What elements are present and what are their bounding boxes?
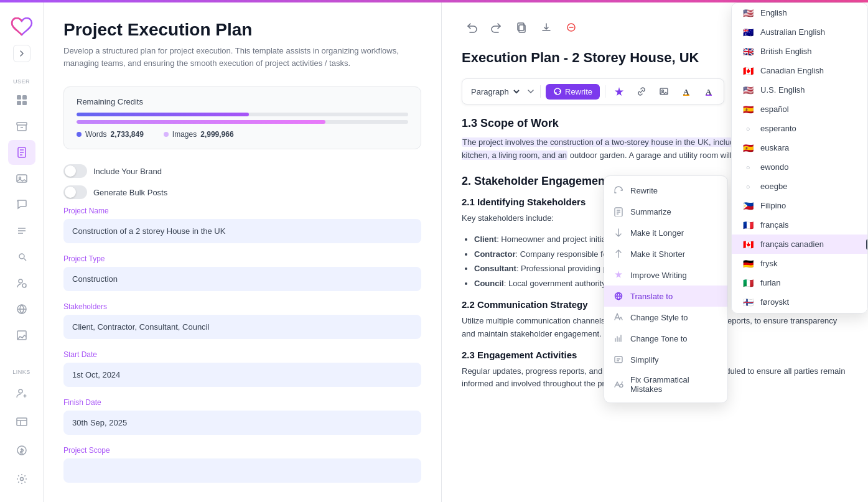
lang-australian-label: Australian English [760, 27, 825, 37]
lang-australian[interactable]: 🇦🇺 Australian English [732, 22, 867, 42]
context-menu: Rewrite Summarize Make it Longer Make it… [604, 175, 728, 403]
rewrite-label: Rewrite [565, 87, 592, 96]
ctx-grammar-label: Fix Grammatical Mistakes [630, 375, 719, 394]
download-button[interactable] [536, 17, 556, 37]
lang-french-label: français [760, 220, 789, 230]
lang-french-canadian[interactable]: 🇨🇦 français canadien français canadien [732, 235, 867, 254]
lang-canadian-label: Canadian English [760, 66, 824, 75]
lang-french-canadian-flag: 🇨🇦 [742, 240, 754, 249]
lang-furlan[interactable]: 🇮🇹 furlan [732, 273, 867, 292]
sidebar-icon-globe[interactable] [8, 297, 35, 322]
svg-rect-14 [17, 418, 27, 425]
sidebar-icon-archive[interactable] [8, 114, 35, 139]
lang-faroese-label: føroyskt [760, 297, 789, 307]
lang-us-label: U.S. English [760, 85, 805, 95]
highlight-icon[interactable]: A [700, 83, 717, 100]
font-color-icon[interactable]: A [678, 83, 695, 100]
svg-point-8 [19, 254, 24, 259]
lang-french[interactable]: 🇫🇷 français [732, 215, 867, 235]
app-logo[interactable] [9, 15, 34, 40]
ctx-translate-label: Translate to [630, 292, 673, 301]
finish-date-field[interactable] [63, 411, 421, 435]
lang-french-flag: 🇫🇷 [742, 221, 754, 230]
include-brand-toggle[interactable] [63, 164, 87, 178]
lang-british[interactable]: 🇬🇧 British English [732, 42, 867, 61]
lang-basque[interactable]: 🇪🇸 euskara [732, 138, 867, 157]
lang-eoegbe[interactable]: ○ eoegbe [732, 177, 867, 196]
lang-ga[interactable]: ○ Ga [732, 312, 867, 314]
paragraph-toolbar: Paragraph Heading 1 Heading 2 Rewrite A [462, 78, 724, 105]
lang-french-canadian-label: français canadien [760, 239, 824, 249]
lang-us[interactable]: 🇺🇸 U.S. English [732, 80, 867, 100]
sidebar-icon-table[interactable] [8, 409, 35, 434]
ctx-shorter[interactable]: Make it Shorter [604, 243, 727, 264]
sidebar-icon-chat[interactable] [8, 192, 35, 217]
sidebar-icon-image[interactable] [8, 166, 35, 191]
lang-basque-flag: 🇪🇸 [742, 144, 754, 152]
sidebar-icon-settings[interactable] [8, 467, 35, 491]
sidebar-icon-dollar[interactable] [8, 438, 35, 463]
lang-frysk-label: frysk [760, 259, 777, 268]
lang-spanish[interactable]: 🇪🇸 español [732, 100, 867, 119]
images-value: 2,999,966 [200, 130, 233, 139]
images-stat: Images 2,999,966 [164, 130, 234, 139]
lang-filipino[interactable]: 🇵🇭 Filipino [732, 196, 867, 215]
sidebar-icon-chart[interactable] [8, 323, 35, 348]
link-icon[interactable] [633, 83, 650, 100]
ctx-longer[interactable]: Make it Longer [604, 222, 727, 243]
sparkle-icon[interactable] [610, 83, 628, 100]
ctx-improve[interactable]: Improve Writing [604, 264, 727, 286]
start-date-field[interactable] [63, 363, 421, 387]
page-title: Project Execution Plan [63, 20, 421, 40]
ctx-simplify[interactable]: Simplify [604, 349, 727, 370]
redo-button[interactable] [487, 17, 506, 37]
credits-title: Remaining Credits [77, 97, 408, 106]
ctx-longer-icon [613, 227, 624, 238]
copy-button[interactable] [511, 17, 531, 37]
project-type-group: Project Type [63, 254, 421, 291]
ctx-tone[interactable]: Change Tone to [604, 328, 727, 349]
bulk-posts-toggle[interactable] [63, 185, 87, 199]
lang-english[interactable]: 🇺🇸 English [732, 3, 867, 22]
ctx-shorter-icon [613, 248, 624, 259]
left-panel: Project Execution Plan Develop a structu… [44, 2, 442, 502]
svg-rect-6 [17, 175, 27, 182]
ctx-translate[interactable]: Translate to [604, 286, 727, 307]
sidebar-icon-user-add[interactable] [8, 381, 35, 406]
ctx-rewrite[interactable]: Rewrite [604, 180, 727, 201]
lang-frysk[interactable]: 🇩🇪 frysk [732, 254, 867, 273]
lang-canadian[interactable]: 🇨🇦 Canadian English [732, 61, 867, 80]
sidebar-bottom: LINKS [8, 365, 35, 492]
sidebar-icon-document[interactable] [8, 140, 35, 165]
lang-us-flag: 🇺🇸 [742, 86, 754, 95]
image-icon[interactable] [655, 83, 673, 100]
lang-faroese[interactable]: 🇫🇴 føroyskt [732, 292, 867, 312]
project-type-field[interactable] [63, 267, 421, 291]
sidebar-toggle[interactable] [13, 45, 30, 62]
stakeholders-field[interactable] [63, 315, 421, 339]
project-scope-field[interactable] [63, 458, 421, 483]
sidebar-icon-scan[interactable] [8, 244, 35, 269]
sidebar-icon-person-search[interactable] [8, 271, 35, 295]
ctx-style[interactable]: Change Style to [604, 307, 727, 328]
words-stat: Words 2,733,849 [77, 130, 144, 139]
ctx-grammar[interactable]: Fix Grammatical Mistakes [604, 370, 727, 399]
paragraph-style-select[interactable]: Paragraph Heading 1 Heading 2 [469, 86, 521, 97]
bulk-posts-toggle-row: Generate Bulk Posts [63, 185, 421, 199]
finish-date-group: Finish Date [63, 398, 421, 435]
credits-stats: Words 2,733,849 Images 2,999,966 [77, 130, 408, 139]
progress-bars [77, 113, 408, 124]
undo-button[interactable] [462, 17, 482, 37]
svg-rect-28 [615, 356, 622, 363]
rewrite-button[interactable]: Rewrite [546, 84, 600, 100]
lang-ewondo[interactable]: ○ ewondo [732, 157, 867, 177]
project-name-field[interactable] [63, 219, 421, 243]
sidebar-icon-list[interactable] [8, 218, 35, 243]
ctx-summarize-label: Summarize [630, 207, 671, 216]
lang-australian-flag: 🇦🇺 [742, 28, 754, 37]
sidebar-icon-grid[interactable] [8, 88, 35, 113]
svg-rect-2 [17, 101, 21, 105]
ctx-summarize[interactable]: Summarize [604, 201, 727, 222]
remove-button[interactable] [561, 17, 581, 37]
lang-esperanto[interactable]: ○ esperanto [732, 119, 867, 138]
